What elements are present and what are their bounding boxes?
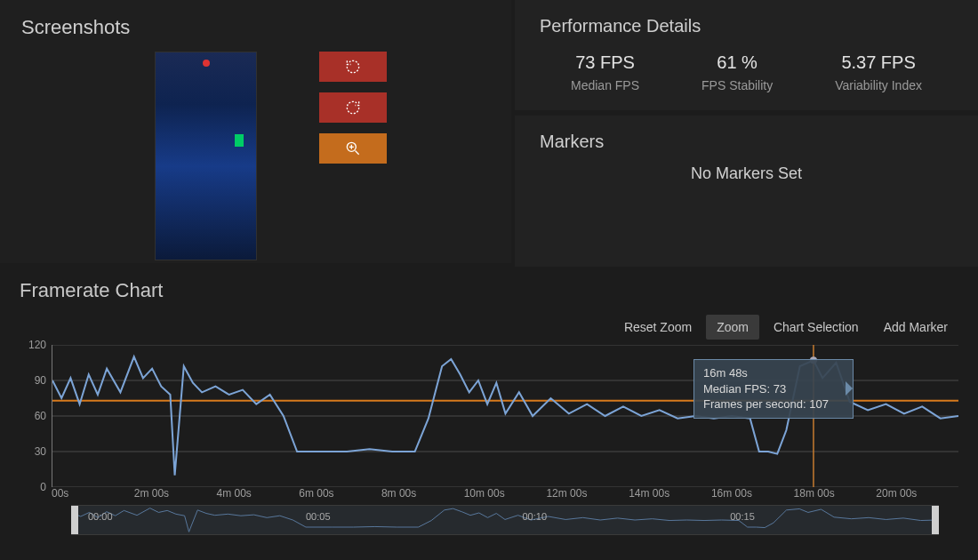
perf-median-fps: 73 FPS Median FPS — [571, 52, 639, 92]
chart-plot-area[interactable]: 16m 48s Median FPS: 73 Frames per second… — [52, 345, 958, 487]
performance-title: Performance Details — [540, 16, 953, 36]
framerate-chart-panel: Framerate Chart Reset Zoom Zoom Chart Se… — [0, 267, 978, 542]
chart-selection-button[interactable]: Chart Selection — [763, 315, 870, 340]
screenshot-thumbnail[interactable] — [155, 52, 257, 260]
tooltip-time: 16m 48s — [703, 365, 844, 381]
markers-panel: Markers No Markers Set — [515, 116, 978, 267]
performance-panel: Performance Details 73 FPS Median FPS 61… — [515, 0, 978, 110]
perf-variability: 5.37 FPS Variability Index — [835, 52, 922, 92]
rotate-ccw-icon — [344, 58, 362, 76]
chart-toolbar: Reset Zoom Zoom Chart Selection Add Mark… — [20, 315, 958, 340]
screenshots-panel: Screenshots — [0, 0, 511, 263]
overview-handle-left[interactable] — [71, 506, 78, 534]
overview-handle-right[interactable] — [932, 506, 939, 534]
chart-y-axis: 0306090120 — [20, 345, 52, 487]
rotate-cw-button[interactable] — [319, 92, 387, 123]
zoom-in-button[interactable] — [319, 133, 387, 164]
chart-tooltip: 16m 48s Median FPS: 73 Frames per second… — [693, 359, 854, 419]
reset-zoom-button[interactable]: Reset Zoom — [613, 315, 702, 340]
rotate-ccw-button[interactable] — [319, 52, 387, 82]
markers-empty-text: No Markers Set — [540, 164, 953, 183]
screenshots-title: Screenshots — [21, 16, 490, 39]
perf-stability: 61 % FPS Stability — [701, 52, 773, 92]
tooltip-median: Median FPS: 73 — [703, 381, 844, 397]
markers-title: Markers — [540, 132, 953, 152]
tooltip-fps: Frames per second: 107 — [703, 396, 844, 412]
zoom-mode-button[interactable]: Zoom — [706, 315, 759, 340]
chart-title: Framerate Chart — [20, 279, 958, 302]
chart-x-axis: 00s2m 00s4m 00s6m 00s8m 00s10m 00s12m 00… — [52, 487, 958, 500]
rotate-cw-icon — [344, 99, 362, 116]
magnify-plus-icon — [344, 140, 362, 157]
add-marker-button[interactable]: Add Marker — [873, 315, 958, 340]
chart-overview[interactable]: 00:00 00:05 00:10 00:15 — [71, 505, 939, 535]
